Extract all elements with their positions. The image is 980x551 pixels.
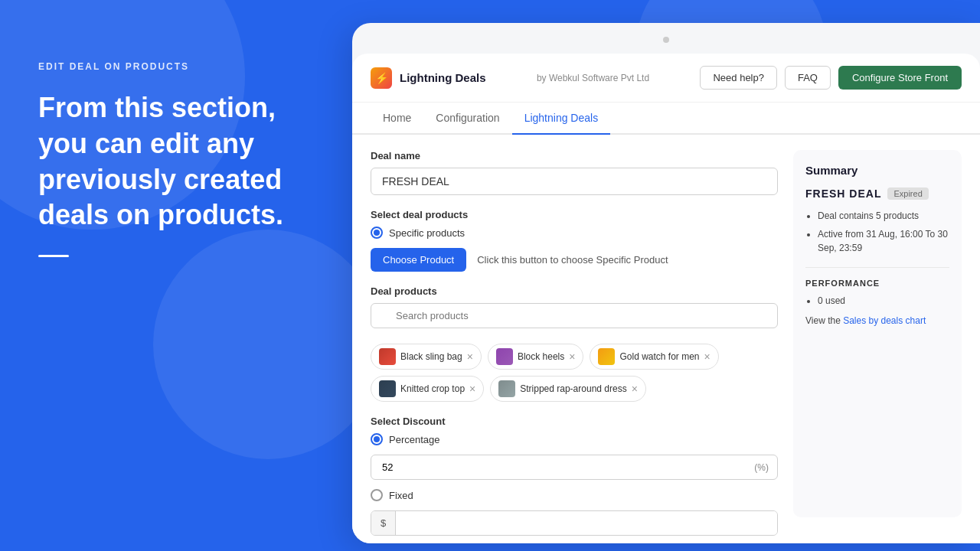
product-name-crop-top: Knitted crop top (400, 383, 465, 394)
expired-badge: Expired (887, 187, 928, 200)
specific-products-radio-btn[interactable] (371, 227, 383, 239)
product-thumb-crop-top (379, 380, 396, 397)
product-thumb-gold-watch (598, 348, 615, 365)
brand: ⚡ Lightning Deals (371, 67, 486, 89)
remove-gold-watch-button[interactable]: × (704, 351, 710, 362)
nav-tabs: Home Configuration Lightning Deals (352, 103, 980, 135)
configure-store-front-button[interactable]: Configure Store Front (838, 66, 962, 90)
product-tag-dress: Stripped rap-around dress × (490, 376, 646, 402)
product-name-gold-watch: Gold watch for men (619, 351, 699, 362)
discount-section: Select Discount Percentage (%) Fixed (371, 416, 778, 536)
left-panel: EDIT DEAL ON PRODUCTS From this section,… (0, 0, 352, 551)
view-chart-prefix: View the (805, 315, 843, 326)
card-inner: ⚡ Lightning Deals by Webkul Software Pvt… (352, 54, 980, 543)
percentage-radio[interactable]: Percentage (371, 433, 778, 445)
deal-products-label: Deal products (371, 285, 778, 297)
product-tag-crop-top: Knitted crop top × (371, 376, 484, 402)
summary-divider (805, 267, 949, 268)
product-tag-black-sling-bag: Black sling bag × (371, 344, 482, 370)
percentage-label: Percentage (389, 434, 440, 445)
summary-list: Deal contains 5 products Active from 31 … (805, 209, 949, 255)
summary-title: Summary (805, 164, 949, 177)
summary-active-from: Active from 31 Aug, 16:00 To 30 Sep, 23:… (818, 227, 949, 255)
remove-black-sling-bag-button[interactable]: × (467, 351, 473, 362)
need-help-button[interactable]: Need help? (700, 66, 777, 90)
left-label: EDIT DEAL ON PRODUCTS (38, 61, 314, 72)
used-count: 0 used (818, 295, 949, 306)
search-products-input[interactable] (371, 303, 778, 328)
fixed-radio-btn[interactable] (371, 489, 383, 501)
brand-name: Lightning Deals (400, 71, 486, 84)
specific-products-radio[interactable]: Specific products (371, 227, 778, 239)
brand-by: by Webkul Software Pvt Ltd (537, 73, 649, 83)
dollar-prefix: $ (371, 511, 396, 535)
tab-home[interactable]: Home (371, 103, 423, 135)
deal-name-input[interactable] (371, 168, 778, 195)
form-section: Deal name Select deal products Specific … (371, 150, 778, 517)
main-card: ⚡ Lightning Deals by Webkul Software Pvt… (352, 23, 980, 543)
choose-product-row: Choose Product Click this button to choo… (371, 248, 778, 272)
tab-lightning-deals[interactable]: Lightning Deals (512, 103, 611, 135)
view-chart-text: View the Sales by deals chart (805, 315, 949, 326)
summary-panel: Summary FRESH DEAL Expired Deal contains… (793, 150, 962, 517)
remove-crop-top-button[interactable]: × (469, 383, 475, 394)
product-name-black-sling-bag: Black sling bag (400, 351, 462, 362)
select-discount-label: Select Discount (371, 416, 778, 427)
choose-product-button[interactable]: Choose Product (371, 248, 466, 272)
product-tag-block-heels: Block heels × (488, 344, 584, 370)
product-name-block-heels: Block heels (518, 351, 564, 362)
deal-name-label: Deal name (371, 150, 778, 161)
product-tag-gold-watch: Gold watch for men × (590, 344, 718, 370)
percentage-input[interactable] (371, 455, 778, 480)
summary-deal-contains: Deal contains 5 products (818, 209, 949, 223)
fixed-label: Fixed (389, 490, 413, 501)
product-thumb-dress (498, 380, 515, 397)
deal-products-group: Deal products 🔍 Black sling bag × (371, 285, 778, 402)
brand-icon: ⚡ (371, 67, 392, 89)
search-wrapper: 🔍 (371, 303, 778, 336)
remove-block-heels-button[interactable]: × (569, 351, 575, 362)
deal-name-group: Deal name (371, 150, 778, 195)
top-actions: Need help? FAQ Configure Store Front (700, 66, 962, 90)
percentage-input-wrapper: (%) (371, 455, 778, 480)
select-deal-products-label: Select deal products (371, 209, 778, 220)
remove-dress-button[interactable]: × (632, 383, 638, 394)
specific-products-label: Specific products (389, 227, 465, 239)
select-deal-products-group: Select deal products Specific products C… (371, 209, 778, 272)
percentage-suffix: (%) (754, 462, 769, 473)
top-bar: ⚡ Lightning Deals by Webkul Software Pvt… (352, 54, 980, 103)
summary-deal-name: FRESH DEAL (805, 187, 881, 200)
summary-deal-row: FRESH DEAL Expired (805, 187, 949, 200)
card-dot (663, 37, 669, 43)
sales-by-deals-chart-link[interactable]: Sales by deals chart (843, 315, 926, 326)
product-name-dress: Stripped rap-around dress (520, 383, 626, 394)
fixed-radio[interactable]: Fixed (371, 489, 778, 501)
performance-list: 0 used (805, 295, 949, 306)
product-thumb-black-sling-bag (379, 348, 396, 365)
choose-product-hint: Click this button to choose Specific Pro… (477, 254, 668, 266)
faq-button[interactable]: FAQ (785, 66, 831, 90)
left-title: From this section, you can edit any prev… (38, 90, 314, 233)
tab-configuration[interactable]: Configuration (423, 103, 511, 135)
content-area: Deal name Select deal products Specific … (352, 135, 980, 533)
fixed-input[interactable] (396, 511, 777, 535)
fixed-input-wrapper: $ (371, 510, 778, 536)
left-divider (38, 255, 69, 257)
product-thumb-block-heels (496, 348, 513, 365)
product-tags: Black sling bag × Block heels × Gold wat… (371, 344, 778, 402)
percentage-radio-btn[interactable] (371, 433, 383, 445)
performance-title: PERFORMANCE (805, 279, 949, 288)
